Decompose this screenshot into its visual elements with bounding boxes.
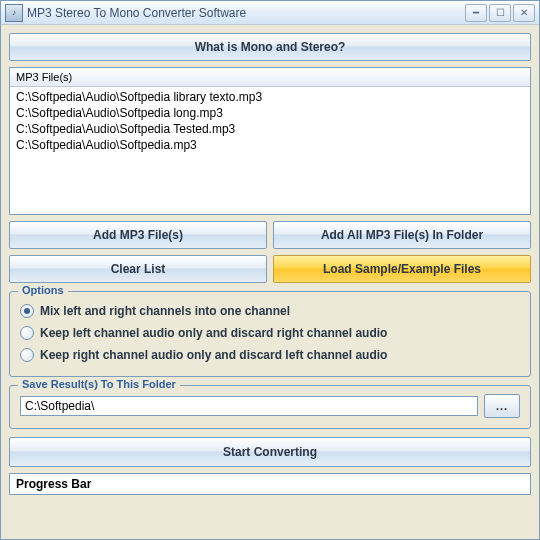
radio-icon bbox=[20, 326, 34, 340]
file-list-item[interactable]: C:\Softpedia\Audio\Softpedia.mp3 bbox=[16, 137, 524, 153]
close-button[interactable]: ✕ bbox=[513, 4, 535, 22]
what-is-button[interactable]: What is Mono and Stereo? bbox=[9, 33, 531, 61]
progress-label: Progress Bar bbox=[16, 477, 91, 491]
file-list-body: C:\Softpedia\Audio\Softpedia library tex… bbox=[10, 87, 530, 155]
file-list-header[interactable]: MP3 File(s) bbox=[10, 68, 530, 87]
load-sample-button[interactable]: Load Sample/Example Files bbox=[273, 255, 531, 283]
option-keep-right[interactable]: Keep right channel audio only and discar… bbox=[20, 344, 520, 366]
file-list-item[interactable]: C:\Softpedia\Audio\Softpedia Tested.mp3 bbox=[16, 121, 524, 137]
window-controls: ━ ☐ ✕ bbox=[465, 4, 535, 22]
add-folder-button[interactable]: Add All MP3 File(s) In Folder bbox=[273, 221, 531, 249]
file-list[interactable]: MP3 File(s) C:\Softpedia\Audio\Softpedia… bbox=[9, 67, 531, 215]
option-label: Keep left channel audio only and discard… bbox=[40, 326, 387, 340]
save-path-input[interactable] bbox=[20, 396, 478, 416]
radio-icon bbox=[20, 304, 34, 318]
save-folder-title: Save Result(s) To This Folder bbox=[18, 378, 180, 390]
window-title: MP3 Stereo To Mono Converter Software bbox=[27, 6, 465, 20]
app-icon: ♪ bbox=[5, 4, 23, 22]
options-group: Options Mix left and right channels into… bbox=[9, 291, 531, 377]
option-mix[interactable]: Mix left and right channels into one cha… bbox=[20, 300, 520, 322]
add-files-button[interactable]: Add MP3 File(s) bbox=[9, 221, 267, 249]
options-title: Options bbox=[18, 284, 68, 296]
file-list-item[interactable]: C:\Softpedia\Audio\Softpedia long.mp3 bbox=[16, 105, 524, 121]
save-folder-group: Save Result(s) To This Folder ... bbox=[9, 385, 531, 429]
option-label: Keep right channel audio only and discar… bbox=[40, 348, 387, 362]
app-window: ♪ MP3 Stereo To Mono Converter Software … bbox=[0, 0, 540, 540]
radio-icon bbox=[20, 348, 34, 362]
minimize-button[interactable]: ━ bbox=[465, 4, 487, 22]
browse-button[interactable]: ... bbox=[484, 394, 520, 418]
start-converting-button[interactable]: Start Converting bbox=[9, 437, 531, 467]
window-body: What is Mono and Stereo? MP3 File(s) C:\… bbox=[1, 25, 539, 503]
clear-list-button[interactable]: Clear List bbox=[9, 255, 267, 283]
option-keep-left[interactable]: Keep left channel audio only and discard… bbox=[20, 322, 520, 344]
progress-bar: Progress Bar bbox=[9, 473, 531, 495]
titlebar: ♪ MP3 Stereo To Mono Converter Software … bbox=[1, 1, 539, 25]
maximize-button[interactable]: ☐ bbox=[489, 4, 511, 22]
option-label: Mix left and right channels into one cha… bbox=[40, 304, 290, 318]
file-list-item[interactable]: C:\Softpedia\Audio\Softpedia library tex… bbox=[16, 89, 524, 105]
